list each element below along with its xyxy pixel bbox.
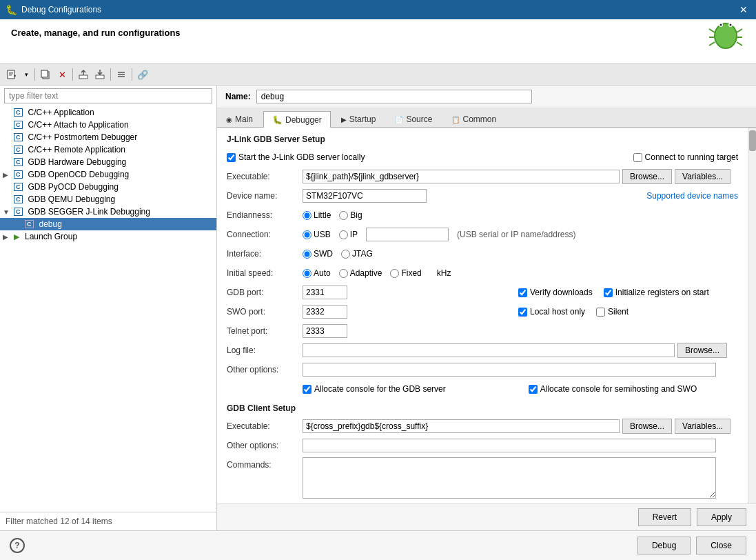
tree-item-cpp-app[interactable]: C C/C++ Application [0,106,216,119]
svg-rect-21 [96,75,104,79]
other-options-row: Other options: [227,362,738,377]
silent-checkbox[interactable]: Silent [596,307,629,317]
tree-item-launch-group[interactable]: ▶ ▶ Launch Group [0,230,216,243]
init-registers-input[interactable] [604,288,613,297]
revert-apply-bar: Revert Apply [217,503,756,530]
verify-downloads-checkbox[interactable]: Verify downloads [518,288,593,297]
endianness-little-radio[interactable] [303,211,311,220]
log-file-label: Log file: [227,346,303,355]
supported-devices-link[interactable]: Supported device names [646,191,738,201]
executable-browse-button[interactable]: Browse... [622,169,672,184]
tree-item-gdb-qemu[interactable]: C GDB QEMU Debugging [0,193,216,206]
connection-usb[interactable]: USB [303,230,331,239]
commands-textarea[interactable] [303,457,716,499]
expand-icon: ▼ [3,208,14,216]
speed-adaptive[interactable]: Adaptive [339,268,382,278]
telnet-port-input[interactable] [303,324,347,338]
endianness-little[interactable]: Little [303,210,331,220]
device-name-input[interactable] [303,189,427,203]
start-locally-row: Start the J-Link GDB server locally Conn… [227,150,738,165]
delete-button[interactable]: ✕ [54,67,70,82]
revert-button[interactable]: Revert [638,508,691,526]
allocate-semihosting-input[interactable] [529,385,538,394]
debug-button[interactable]: Debug [637,537,691,554]
local-host-checkbox[interactable]: Local host only [518,307,585,317]
client-browse-button[interactable]: Browse... [622,419,672,434]
tab-debugger[interactable]: 🐛 Debugger [263,111,331,128]
new-config-dropdown[interactable]: ▾ [21,67,32,82]
speed-auto-radio[interactable] [303,269,311,278]
import-button[interactable] [92,67,108,82]
dialog-header: Create, manage, and run configurations [0,19,756,64]
local-host-input[interactable] [518,308,527,317]
source-icon: 📄 [395,116,403,123]
executable-variables-button[interactable]: Variables... [675,169,731,184]
speed-fixed-radio[interactable] [390,269,399,278]
link-button[interactable]: 🔗 [135,67,150,82]
config-icon: C [14,158,23,166]
start-locally-input[interactable] [227,153,236,162]
new-config-button[interactable] [4,67,19,82]
sep4 [132,68,132,81]
help-button[interactable]: ? [10,538,25,553]
tree-item-gdb-openocd[interactable]: ▶ C GDB OpenOCD Debugging [0,168,216,181]
silent-input[interactable] [596,308,605,317]
log-file-input[interactable] [303,343,675,357]
collapse-button[interactable] [114,67,129,82]
executable-input[interactable] [303,170,620,183]
connection-ip-radio[interactable] [339,230,348,239]
filter-input[interactable] [4,88,212,103]
tab-main[interactable]: ◉ Main [217,111,262,127]
client-variables-button[interactable]: Variables... [675,419,731,434]
tab-startup[interactable]: ▶ Startup [332,111,385,127]
interface-jtag[interactable]: JTAG [341,249,373,259]
start-locally-checkbox[interactable]: Start the J-Link GDB server locally [227,152,365,162]
ip-address-input[interactable] [366,228,449,241]
tree-item-debug[interactable]: C debug [0,218,216,230]
tab-source[interactable]: 📄 Source [386,111,441,127]
allocate-semihosting-checkbox[interactable]: Allocate console for semihosting and SWO [529,384,697,394]
close-button[interactable]: ✕ [737,3,750,17]
gdb-port-input[interactable] [303,286,347,299]
tree-item-gdb-pyocd[interactable]: C GDB PyOCD Debugging [0,181,216,193]
content-area: Name: ◉ Main 🐛 Debugger ▶ Startup � [217,86,756,530]
scroll-track[interactable] [748,128,756,503]
client-other-options-input[interactable] [303,439,716,452]
speed-auto[interactable]: Auto [303,268,331,278]
allocate-console-checkbox[interactable]: Allocate console for the GDB server [303,384,446,394]
name-input[interactable] [256,90,532,103]
init-registers-checkbox[interactable]: Initialize registers on start [604,288,709,297]
connect-running-checkbox[interactable]: Connect to running target [633,152,738,162]
duplicate-button[interactable] [38,67,53,82]
sep3 [110,68,111,81]
interface-field: SWD JTAG [303,249,738,259]
connection-usb-radio[interactable] [303,230,311,239]
initial-speed-field: Auto Adaptive Fixed kHz [303,268,738,278]
verify-downloads-input[interactable] [518,288,527,297]
interface-swd[interactable]: SWD [303,249,333,259]
allocate-console-input[interactable] [303,385,311,394]
tree-item-cpp-remote[interactable]: C C/C++ Remote Application [0,143,216,156]
export-button[interactable] [76,67,91,82]
apply-button[interactable]: Apply [697,508,746,526]
tree-item-cpp-postmortem[interactable]: C C/C++ Postmortem Debugger [0,131,216,143]
other-options-input[interactable] [303,363,716,377]
speed-fixed[interactable]: Fixed [390,268,421,278]
tree-item-cpp-attach[interactable]: C C/C++ Attach to Application [0,119,216,131]
close-button[interactable]: Close [696,537,746,554]
log-file-browse-button[interactable]: Browse... [677,343,727,358]
tree-item-gdb-segger[interactable]: ▼ C GDB SEGGER J-Link Debugging [0,206,216,218]
tab-common[interactable]: 📋 Common [442,111,505,127]
endianness-big-radio[interactable] [339,211,348,220]
tree-item-gdb-hw[interactable]: C GDB Hardware Debugging [0,156,216,168]
endianness-big[interactable]: Big [339,210,362,220]
client-executable-input[interactable] [303,419,620,433]
interface-jtag-radio[interactable] [341,250,350,259]
sep1 [34,68,35,81]
connection-ip[interactable]: IP [339,230,358,239]
speed-adaptive-radio[interactable] [339,269,348,278]
swo-port-input[interactable] [303,305,347,319]
interface-swd-radio[interactable] [303,250,311,259]
client-other-options-row: Other options: [227,438,738,453]
connect-running-input[interactable] [633,153,642,162]
